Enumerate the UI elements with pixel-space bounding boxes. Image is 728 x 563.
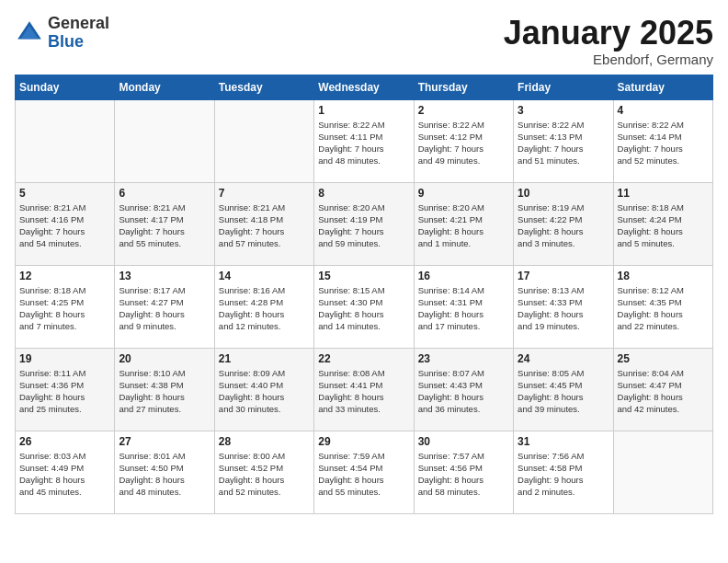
day-info: Sunrise: 8:18 AM Sunset: 4:24 PM Dayligh… — [618, 201, 709, 250]
day-number: 28 — [219, 435, 310, 448]
calendar-cell — [115, 99, 214, 182]
calendar-cell: 21Sunrise: 8:09 AM Sunset: 4:40 PM Dayli… — [214, 348, 313, 431]
day-number: 25 — [618, 352, 709, 365]
day-info: Sunrise: 7:57 AM Sunset: 4:56 PM Dayligh… — [418, 450, 509, 499]
calendar-cell: 25Sunrise: 8:04 AM Sunset: 4:47 PM Dayli… — [613, 348, 712, 431]
calendar-cell: 9Sunrise: 8:20 AM Sunset: 4:21 PM Daylig… — [414, 182, 513, 265]
day-header-thursday: Thursday — [414, 75, 513, 99]
day-number: 17 — [518, 270, 609, 282]
day-info: Sunrise: 8:21 AM Sunset: 4:17 PM Dayligh… — [119, 201, 210, 250]
calendar-cell: 13Sunrise: 8:17 AM Sunset: 4:27 PM Dayli… — [115, 265, 214, 348]
calendar-cell: 11Sunrise: 8:18 AM Sunset: 4:24 PM Dayli… — [613, 182, 712, 265]
day-number: 11 — [618, 187, 709, 200]
day-number: 30 — [418, 435, 509, 448]
calendar-cell: 29Sunrise: 7:59 AM Sunset: 4:54 PM Dayli… — [314, 431, 414, 513]
logo: General Blue — [15, 15, 109, 52]
calendar-cell: 24Sunrise: 8:05 AM Sunset: 4:45 PM Dayli… — [514, 348, 613, 431]
day-number: 2 — [418, 104, 509, 117]
day-info: Sunrise: 8:15 AM Sunset: 4:30 PM Dayligh… — [318, 284, 409, 333]
day-info: Sunrise: 8:20 AM Sunset: 4:19 PM Dayligh… — [318, 201, 409, 250]
day-info: Sunrise: 8:22 AM Sunset: 4:13 PM Dayligh… — [518, 119, 609, 167]
calendar-header-row: SundayMondayTuesdayWednesdayThursdayFrid… — [16, 75, 713, 99]
day-info: Sunrise: 8:21 AM Sunset: 4:16 PM Dayligh… — [19, 201, 110, 250]
calendar-cell: 20Sunrise: 8:10 AM Sunset: 4:38 PM Dayli… — [115, 348, 214, 431]
day-info: Sunrise: 8:12 AM Sunset: 4:35 PM Dayligh… — [618, 284, 709, 333]
day-info: Sunrise: 8:16 AM Sunset: 4:28 PM Dayligh… — [219, 284, 310, 333]
calendar-cell: 19Sunrise: 8:11 AM Sunset: 4:36 PM Dayli… — [16, 348, 115, 431]
calendar-cell: 4Sunrise: 8:22 AM Sunset: 4:14 PM Daylig… — [613, 99, 712, 182]
day-number: 24 — [518, 352, 609, 365]
day-info: Sunrise: 8:04 AM Sunset: 4:47 PM Dayligh… — [618, 367, 709, 416]
calendar-cell: 1Sunrise: 8:22 AM Sunset: 4:11 PM Daylig… — [314, 99, 414, 182]
day-info: Sunrise: 8:05 AM Sunset: 4:45 PM Dayligh… — [518, 367, 609, 416]
day-number: 18 — [618, 270, 709, 282]
day-number: 22 — [318, 352, 409, 365]
calendar-cell: 23Sunrise: 8:07 AM Sunset: 4:43 PM Dayli… — [414, 348, 513, 431]
day-header-monday: Monday — [115, 75, 214, 99]
day-number: 15 — [318, 270, 409, 282]
day-number: 14 — [219, 270, 310, 282]
day-info: Sunrise: 8:14 AM Sunset: 4:31 PM Dayligh… — [418, 284, 509, 333]
calendar-cell: 6Sunrise: 8:21 AM Sunset: 4:17 PM Daylig… — [115, 182, 214, 265]
calendar-cell: 18Sunrise: 8:12 AM Sunset: 4:35 PM Dayli… — [613, 265, 712, 348]
day-header-wednesday: Wednesday — [314, 75, 414, 99]
day-header-friday: Friday — [514, 75, 613, 99]
calendar-cell: 16Sunrise: 8:14 AM Sunset: 4:31 PM Dayli… — [414, 265, 513, 348]
day-info: Sunrise: 8:00 AM Sunset: 4:52 PM Dayligh… — [219, 450, 310, 499]
day-info: Sunrise: 8:21 AM Sunset: 4:18 PM Dayligh… — [219, 201, 310, 250]
location-text: Ebendorf, Germany — [504, 52, 713, 67]
day-number: 13 — [119, 270, 210, 282]
day-info: Sunrise: 8:18 AM Sunset: 4:25 PM Dayligh… — [19, 284, 110, 333]
day-info: Sunrise: 8:09 AM Sunset: 4:40 PM Dayligh… — [219, 367, 310, 416]
logo-icon — [15, 18, 44, 48]
calendar-cell: 15Sunrise: 8:15 AM Sunset: 4:30 PM Dayli… — [314, 265, 414, 348]
day-number: 12 — [19, 270, 110, 282]
calendar-cell: 10Sunrise: 8:19 AM Sunset: 4:22 PM Dayli… — [514, 182, 613, 265]
day-header-sunday: Sunday — [16, 75, 115, 99]
title-block: January 2025 Ebendorf, Germany — [504, 15, 713, 67]
day-number: 31 — [518, 435, 609, 448]
day-info: Sunrise: 7:59 AM Sunset: 4:54 PM Dayligh… — [318, 450, 409, 499]
day-info: Sunrise: 8:07 AM Sunset: 4:43 PM Dayligh… — [418, 367, 509, 416]
calendar-cell: 27Sunrise: 8:01 AM Sunset: 4:50 PM Dayli… — [115, 431, 214, 513]
day-info: Sunrise: 7:56 AM Sunset: 4:58 PM Dayligh… — [518, 450, 609, 499]
day-number: 29 — [318, 435, 409, 448]
calendar-week-row: 1Sunrise: 8:22 AM Sunset: 4:11 PM Daylig… — [16, 99, 713, 182]
calendar-cell: 14Sunrise: 8:16 AM Sunset: 4:28 PM Dayli… — [214, 265, 313, 348]
day-info: Sunrise: 8:19 AM Sunset: 4:22 PM Dayligh… — [518, 201, 609, 250]
day-number: 20 — [119, 352, 210, 365]
logo-general-text: General — [48, 15, 109, 33]
calendar-cell — [214, 99, 313, 182]
day-number: 9 — [418, 187, 509, 200]
calendar-cell: 26Sunrise: 8:03 AM Sunset: 4:49 PM Dayli… — [16, 431, 115, 513]
day-info: Sunrise: 8:22 AM Sunset: 4:14 PM Dayligh… — [618, 119, 709, 167]
day-number: 4 — [618, 104, 709, 117]
logo-blue-text: Blue — [48, 33, 109, 52]
calendar-table: SundayMondayTuesdayWednesdayThursdayFrid… — [15, 75, 713, 514]
calendar-cell: 12Sunrise: 8:18 AM Sunset: 4:25 PM Dayli… — [16, 265, 115, 348]
day-header-saturday: Saturday — [613, 75, 712, 99]
calendar-cell — [613, 431, 712, 513]
calendar-cell: 30Sunrise: 7:57 AM Sunset: 4:56 PM Dayli… — [414, 431, 513, 513]
day-number: 3 — [518, 104, 609, 117]
day-number: 10 — [518, 187, 609, 200]
calendar-cell: 2Sunrise: 8:22 AM Sunset: 4:12 PM Daylig… — [414, 99, 513, 182]
day-number: 19 — [19, 352, 110, 365]
day-info: Sunrise: 8:08 AM Sunset: 4:41 PM Dayligh… — [318, 367, 409, 416]
calendar-cell: 3Sunrise: 8:22 AM Sunset: 4:13 PM Daylig… — [514, 99, 613, 182]
day-number: 6 — [119, 187, 210, 200]
calendar-cell: 31Sunrise: 7:56 AM Sunset: 4:58 PM Dayli… — [514, 431, 613, 513]
calendar-cell: 22Sunrise: 8:08 AM Sunset: 4:41 PM Dayli… — [314, 348, 414, 431]
calendar-week-row: 5Sunrise: 8:21 AM Sunset: 4:16 PM Daylig… — [16, 182, 713, 265]
month-title: January 2025 — [504, 15, 713, 52]
day-info: Sunrise: 8:17 AM Sunset: 4:27 PM Dayligh… — [119, 284, 210, 333]
day-number: 7 — [219, 187, 310, 200]
calendar-cell — [16, 99, 115, 182]
day-number: 21 — [219, 352, 310, 365]
calendar-week-row: 12Sunrise: 8:18 AM Sunset: 4:25 PM Dayli… — [16, 265, 713, 348]
page-header: General Blue January 2025 Ebendorf, Germ… — [15, 15, 713, 67]
day-number: 23 — [418, 352, 509, 365]
day-header-tuesday: Tuesday — [214, 75, 313, 99]
day-info: Sunrise: 8:01 AM Sunset: 4:50 PM Dayligh… — [119, 450, 210, 499]
day-info: Sunrise: 8:03 AM Sunset: 4:49 PM Dayligh… — [19, 450, 110, 499]
